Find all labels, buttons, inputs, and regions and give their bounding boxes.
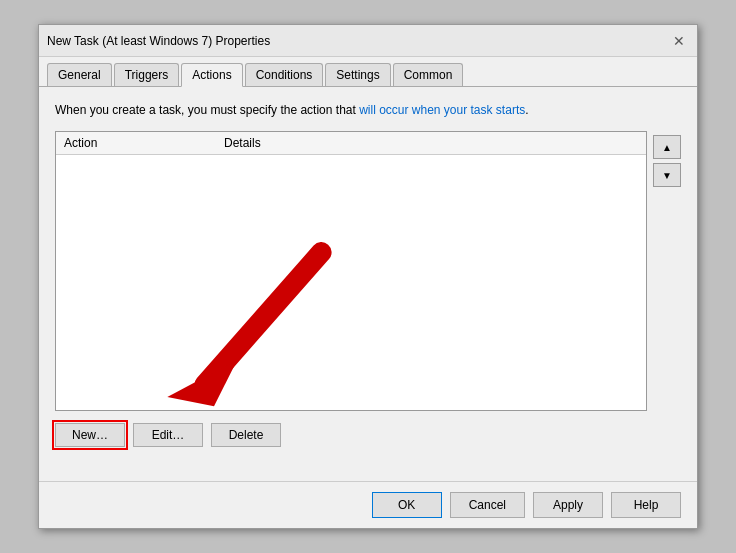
tab-common[interactable]: Common [393, 63, 464, 86]
delete-button[interactable]: Delete [211, 423, 281, 447]
col-action: Action [64, 136, 224, 150]
footer: OK Cancel Apply Help [39, 481, 697, 528]
main-content: When you create a task, you must specify… [39, 87, 697, 481]
table-area: Action Details ▲ ▼ [55, 131, 681, 411]
tab-conditions[interactable]: Conditions [245, 63, 324, 86]
tab-settings[interactable]: Settings [325, 63, 390, 86]
apply-button[interactable]: Apply [533, 492, 603, 518]
window-title: New Task (At least Windows 7) Properties [47, 34, 270, 48]
tab-triggers[interactable]: Triggers [114, 63, 180, 86]
tab-general[interactable]: General [47, 63, 112, 86]
info-highlight: will occur when your task starts [359, 103, 525, 117]
cancel-button[interactable]: Cancel [450, 492, 525, 518]
side-buttons: ▲ ▼ [653, 131, 681, 411]
tab-bar: General Triggers Actions Conditions Sett… [39, 57, 697, 87]
col-details: Details [224, 136, 261, 150]
tab-actions[interactable]: Actions [181, 63, 242, 87]
move-down-button[interactable]: ▼ [653, 163, 681, 187]
help-button[interactable]: Help [611, 492, 681, 518]
info-prefix: When you create a task, you must specify… [55, 103, 359, 117]
info-suffix: . [525, 103, 528, 117]
title-bar: New Task (At least Windows 7) Properties… [39, 25, 697, 57]
action-buttons: New… Edit… Delete [55, 423, 681, 447]
actions-table[interactable]: Action Details [55, 131, 647, 411]
ok-button[interactable]: OK [372, 492, 442, 518]
window: New Task (At least Windows 7) Properties… [38, 24, 698, 529]
move-up-button[interactable]: ▲ [653, 135, 681, 159]
table-header: Action Details [56, 132, 646, 155]
edit-button[interactable]: Edit… [133, 423, 203, 447]
new-button[interactable]: New… [55, 423, 125, 447]
table-body [56, 155, 646, 163]
table-area-wrapper: Action Details ▲ ▼ [55, 131, 681, 411]
close-button[interactable]: ✕ [669, 31, 689, 51]
info-text: When you create a task, you must specify… [55, 101, 681, 119]
